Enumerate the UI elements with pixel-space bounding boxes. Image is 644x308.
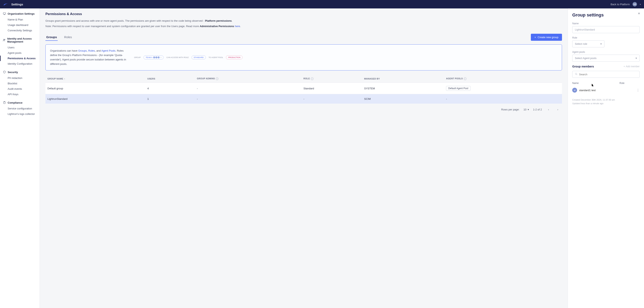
sidebar-item-permissions[interactable]: Permissions & Access — [0, 56, 40, 61]
table-row[interactable]: Default group 4 - Standard SYSTEM Defaul… — [46, 83, 562, 94]
users-icon — [3, 38, 6, 42]
page-desc-2: Note: Permissions with respect to user m… — [46, 24, 562, 28]
page-range: 1-2 of 2 — [533, 108, 542, 111]
monitor-icon — [3, 12, 6, 15]
diagram-pill-team: TEAM A + — [144, 55, 164, 59]
groups-table: GROUP NAME↑ USERS GROUP ADMINSi ROLEi MA… — [46, 75, 562, 104]
info-icon: i — [216, 77, 218, 80]
tabs: Groups Roles — [46, 34, 73, 41]
col-users[interactable]: USERS — [145, 75, 195, 83]
info-icon: i — [311, 77, 314, 80]
col-role[interactable]: ROLEi — [302, 75, 362, 83]
plus-icon: + — [624, 65, 625, 68]
svg-point-3 — [4, 39, 4, 40]
role-select[interactable]: Select role ▾ — [572, 40, 604, 47]
create-group-button[interactable]: + Create new group — [531, 34, 562, 41]
add-member-button[interactable]: +Add member — [624, 65, 640, 68]
roles-link[interactable]: Roles — [88, 49, 95, 52]
user-avatar[interactable]: AA — [632, 2, 637, 6]
chevron-down-icon: ▾ — [528, 108, 529, 111]
sidebar-item-identity-config[interactable]: Identity Configuration — [0, 61, 40, 66]
sidebar-item-pii[interactable]: PII redaction — [0, 75, 40, 81]
sidebar-heading: Organization Settings — [8, 12, 34, 15]
group-name-input[interactable] — [572, 26, 640, 33]
page-desc-1: Groups grant permissions and access with… — [46, 19, 562, 23]
table-row[interactable]: LightrunStandard 1 - - SCIM - — [46, 94, 562, 104]
info-icon: i — [464, 77, 466, 80]
member-name: standard1 test — [579, 89, 596, 92]
pools-label: Agent pools — [572, 51, 640, 53]
prev-page-button[interactable]: ‹ — [546, 107, 551, 112]
sidebar-item-agent-pools[interactable]: Agent pools — [0, 50, 40, 56]
tab-roles[interactable]: Roles — [63, 34, 72, 41]
chevron-down-icon: ▾ — [600, 42, 602, 45]
sidebar-heading: Compliance — [8, 101, 22, 104]
pagination: Rows per page: 10 ▾ 1-2 of 2 ‹ › — [46, 104, 562, 115]
member-actions-button[interactable]: ⋮ — [636, 88, 640, 92]
logo-icon — [3, 2, 9, 6]
agent-pools-link[interactable]: Agent Pools — [101, 49, 115, 52]
sidebar-heading: Security — [8, 71, 18, 74]
close-panel-button[interactable]: × — [637, 11, 641, 16]
agent-pools-select[interactable]: Select Agent pools ▾ — [572, 55, 640, 62]
clipboard-icon — [3, 101, 6, 104]
timestamps: Created December 30th 2024, 11:37:30 am … — [572, 98, 640, 105]
sidebar-item-connectivity[interactable]: Connectivity Settings — [0, 28, 40, 33]
app-title: Settings — [11, 2, 23, 6]
sidebar-item-usage[interactable]: Usage dashboard — [0, 22, 40, 28]
col-pools[interactable]: AGENT POOLSi — [444, 75, 562, 83]
svg-line-7 — [577, 74, 577, 75]
sidebar-section-org: Organization Settings Name & Plan Usage … — [0, 12, 40, 33]
sidebar-item-name-plan[interactable]: Name & Plan — [0, 17, 40, 22]
sidebar-item-service-config[interactable]: Service configuration — [0, 106, 40, 111]
col-admins[interactable]: GROUP ADMINSi — [195, 75, 301, 83]
member-avatar: st — [572, 88, 577, 93]
sidebar-section-iam: Identity and Access Management Users Age… — [0, 37, 40, 66]
pool-chip: Default Agent Pool — [446, 86, 470, 91]
sidebar-item-audit[interactable]: Audit events — [0, 86, 40, 92]
admin-perms-link[interactable]: here — [235, 25, 240, 28]
sidebar-item-apikeys[interactable]: API Keys — [0, 92, 40, 97]
search-icon — [575, 73, 578, 76]
shield-icon — [3, 70, 6, 74]
next-page-button[interactable]: › — [555, 107, 560, 112]
groups-link[interactable]: Groups — [78, 49, 87, 52]
rows-per-page-select[interactable]: 10 ▾ — [524, 108, 529, 111]
member-search-input[interactable] — [572, 71, 640, 78]
svg-point-4 — [4, 39, 5, 40]
sidebar-section-security: Security PII redaction Blocklist Audit e… — [0, 70, 40, 97]
info-card: Organizations can have Groups, Roles, an… — [46, 44, 562, 70]
name-label: Name — [572, 22, 640, 25]
sidebar-item-blocklist[interactable]: Blocklist — [0, 81, 40, 86]
svg-rect-0 — [3, 13, 6, 14]
role-label: Role — [572, 36, 640, 39]
diagram-pill-production: PRODUCTION — [226, 55, 242, 59]
back-to-platform-link[interactable]: Back to Platform — [611, 3, 630, 6]
sidebar-item-users[interactable]: Users — [0, 45, 40, 50]
chevron-down-icon: ▾ — [636, 57, 637, 60]
sidebar-heading: Identity and Access Management — [7, 37, 37, 43]
tab-groups[interactable]: Groups — [46, 34, 58, 41]
main-content: Permissions & Access Groups grant permis… — [40, 8, 568, 308]
member-row: st standard1 test ⋮ — [572, 86, 640, 95]
members-heading: Group members — [572, 65, 594, 68]
col-group-name[interactable]: GROUP NAME↑ — [46, 75, 145, 83]
info-diagram: GROUP TEAM A + CAN ACCESS WITH ROLE STAN… — [134, 55, 557, 59]
sidebar-item-logs-collector[interactable]: Lightrun's logs collector — [0, 111, 40, 117]
member-table-header: Name Role — [572, 80, 640, 86]
page-title: Permissions & Access — [46, 12, 562, 16]
topbar: Settings Back to Platform AA ▾ — [0, 0, 644, 8]
sidebar: Organization Settings Name & Plan Usage … — [0, 8, 40, 308]
sort-asc-icon: ↑ — [64, 77, 65, 80]
diagram-pill-standard: STANDARD — [192, 55, 206, 59]
detail-panel: × Group settings Name Role Select role ▾… — [568, 8, 644, 308]
chevron-down-icon[interactable]: ▾ — [640, 3, 641, 5]
svg-point-6 — [575, 73, 577, 75]
plus-icon: + — [534, 36, 536, 39]
sidebar-section-compliance: Compliance Service configuration Lightru… — [0, 101, 40, 117]
panel-title: Group settings — [572, 12, 640, 18]
col-managed[interactable]: MANAGED BY — [362, 75, 444, 83]
